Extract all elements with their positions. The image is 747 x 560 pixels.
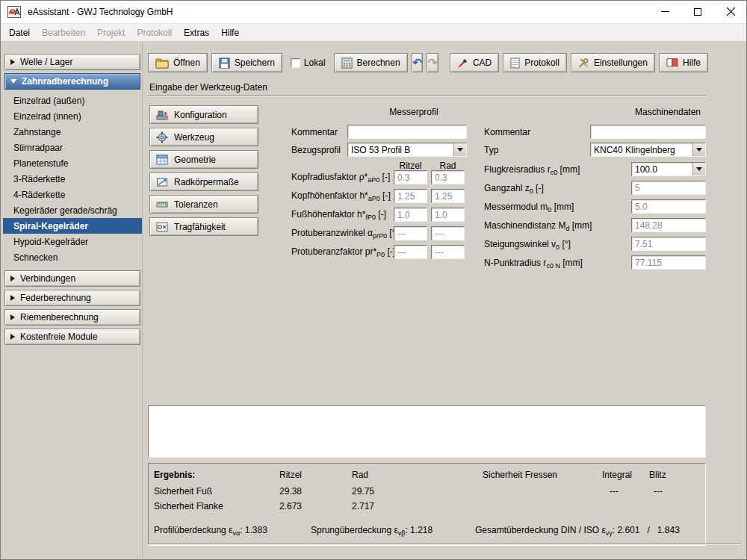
maximize-icon [694, 8, 701, 16]
sidebar-item-schnecken[interactable]: Schnecken [3, 249, 142, 265]
collapsed-arrow-icon [10, 334, 15, 340]
sidebar-section-label: Riemenberechnung [20, 312, 99, 323]
maschinendistanz-input[interactable] [631, 218, 706, 232]
flugkreisradius-select[interactable]: 100.0 [631, 162, 706, 176]
dropdown-arrow-icon[interactable] [692, 143, 705, 156]
werkzeug-button[interactable]: Werkzeug [149, 128, 258, 146]
berechnen-button[interactable]: Berechnen [334, 53, 408, 72]
status-separator [148, 544, 741, 545]
sidebar-item-kegelraeder[interactable]: Kegelräder gerade/schräg [3, 202, 142, 218]
lokal-label: Lokal [304, 57, 326, 68]
menu-hilfe[interactable]: Hilfe [215, 24, 245, 42]
messermodul-input[interactable] [631, 199, 706, 214]
mp-kommentar-input[interactable] [347, 125, 467, 139]
rad-column-header: Rad [431, 161, 465, 171]
sidebar-section-kostenfreie-module[interactable]: Kostenfreie Module [4, 329, 140, 345]
sidebar-item-spiral-kegelraeder[interactable]: Spiral-Kegelräder [3, 218, 142, 234]
menu-datei[interactable]: Datei [3, 24, 36, 42]
title-separator [148, 95, 706, 96]
fusshoehenfaktor-rad-input[interactable] [431, 208, 465, 222]
sicherheit-flanke-rad: 2.717 [352, 501, 374, 511]
kopfhoehenfaktor-ritzel-input[interactable] [394, 189, 427, 203]
sicherheit-fuss-label: Sicherheit Fuß [154, 486, 212, 497]
tragfaehigkeit-label: Tragfähigkeit [174, 222, 226, 232]
mp-kommentar-label: Kommentar [291, 127, 338, 137]
sidebar: Welle / Lager Zahnradberechnung Einzelra… [3, 45, 142, 556]
save-button[interactable]: Speichern [211, 53, 282, 72]
typ-label: Typ [484, 145, 498, 155]
folder-icon [155, 57, 169, 69]
toleranzen-label: Toleranzen [174, 199, 218, 210]
sidebar-item-hypoid-kegelraeder[interactable]: Hypoid-Kegelräder [3, 234, 142, 249]
close-button[interactable] [714, 0, 747, 24]
protuberanzwinkel-ritzel-input[interactable] [394, 226, 427, 240]
typ-select[interactable]: KNC40 Klingelnberg [590, 143, 706, 157]
open-button[interactable]: Öffnen [148, 53, 208, 72]
protuberanzwinkel-rad-input[interactable] [431, 226, 465, 240]
menu-extras[interactable]: Extras [178, 24, 215, 42]
hilfe-button[interactable]: Hilfe [659, 53, 708, 72]
maximize-button[interactable] [681, 0, 714, 24]
results-col-ritzel: Ritzel [279, 470, 302, 480]
protuberanzfaktor-rad-input[interactable] [431, 245, 465, 259]
sidebar-item-4-raederkette[interactable]: 4-Räderkette [3, 187, 142, 202]
sidebar-item-zahnstange[interactable]: Zahnstange [3, 124, 142, 140]
protuberanzfaktor-label: Protuberanzfaktor pr*P0 [-] [291, 246, 395, 257]
close-icon [727, 7, 735, 16]
geometrie-label: Geometrie [174, 155, 216, 165]
fusshoehenfaktor-ritzel-input[interactable] [394, 208, 427, 222]
konfiguration-icon [156, 109, 168, 121]
gangzahl-input[interactable] [631, 181, 706, 195]
einstellungen-label: Einstellungen [594, 57, 648, 68]
document-icon [510, 57, 520, 69]
collapsed-arrow-icon [10, 314, 15, 320]
open-label: Öffnen [173, 57, 200, 68]
einstellungen-button[interactable]: Einstellungen [571, 53, 655, 72]
maschinendistanz-label: Maschinendistanz Md [mm] [484, 220, 592, 231]
kopfradiusfaktor-rad-input[interactable] [431, 170, 465, 184]
sidebar-section-label: Zahnradberechnung [22, 76, 108, 87]
kopfradiusfaktor-ritzel-input[interactable] [394, 170, 427, 184]
protuberanzfaktor-ritzel-input[interactable] [394, 245, 427, 259]
dropdown-arrow-icon[interactable] [692, 163, 705, 175]
radkoerpermasse-button[interactable]: Radkörpermaße [149, 172, 258, 191]
gangzahl-label: Gangzahl z0 [-] [484, 183, 544, 193]
kopfhoehenfaktor-label: Kopfhöhenfaktor h*aP0 [-] [291, 190, 391, 201]
kopfhoehenfaktor-rad-input[interactable] [431, 189, 465, 203]
md-kommentar-input[interactable] [590, 125, 706, 139]
collapsed-arrow-icon [10, 59, 15, 65]
sidebar-item-planetenstufe[interactable]: Planetenstufe [3, 155, 142, 171]
konfiguration-button[interactable]: Konfiguration [149, 105, 258, 124]
cad-button[interactable]: CAD [450, 53, 499, 72]
flugkreisradius-value: 100.0 [632, 163, 692, 175]
toolbar: Öffnen Speichern Lokal Berechnen [148, 52, 708, 73]
sidebar-section-federberechnung[interactable]: Federberechnung [4, 290, 140, 306]
geometrie-button[interactable]: Geometrie [149, 150, 258, 169]
dropdown-arrow-icon[interactable] [453, 143, 466, 156]
tragfaehigkeit-button[interactable]: Tragfähigkeit [149, 217, 258, 236]
sidebar-section-zahnradberechnung[interactable]: Zahnradberechnung [4, 73, 140, 90]
toleranzen-button[interactable]: Toleranzen [149, 195, 258, 214]
sidebar-section-welle-lager[interactable]: Welle / Lager [4, 54, 140, 70]
geometrie-icon [156, 154, 168, 166]
sidebar-item-einzelrad-innen[interactable]: Einzelrad (innen) [3, 108, 142, 124]
undo-button[interactable]: ↶ [412, 53, 424, 72]
protokoll-button[interactable]: Protokoll [503, 53, 567, 72]
gesamtueberdeckung: Gesamtüberdeckung DIN / ISO εvγ: 2.601 /… [475, 525, 680, 535]
bezugsprofil-select[interactable]: ISO 53 Profil B [347, 143, 467, 157]
redo-button: ↷ [427, 53, 438, 72]
results-panel: Ergebnis: Ritzel Rad Sicherheit Fressen … [148, 463, 706, 546]
sidebar-item-stirnradpaar[interactable]: Stirnradpaar [3, 140, 142, 155]
steigungswinkel-input[interactable] [631, 237, 706, 251]
sidebar-item-einzelrad-aussen[interactable]: Einzelrad (außen) [3, 93, 142, 108]
sidebar-item-3-raederkette[interactable]: 3-Räderkette [3, 171, 142, 187]
minimize-button[interactable] [648, 0, 681, 24]
lokal-checkbox[interactable] [291, 58, 300, 68]
sidebar-section-riemenberechnung[interactable]: Riemenberechnung [4, 309, 140, 326]
n-punktradius-input[interactable] [631, 255, 706, 270]
collapsed-arrow-icon [10, 276, 15, 281]
undo-arrow-icon: ↶ [412, 56, 422, 69]
protokoll-label: Protokoll [524, 57, 560, 68]
md-kommentar-label: Kommentar [484, 127, 530, 137]
sidebar-section-verbindungen[interactable]: Verbindungen [4, 270, 140, 287]
